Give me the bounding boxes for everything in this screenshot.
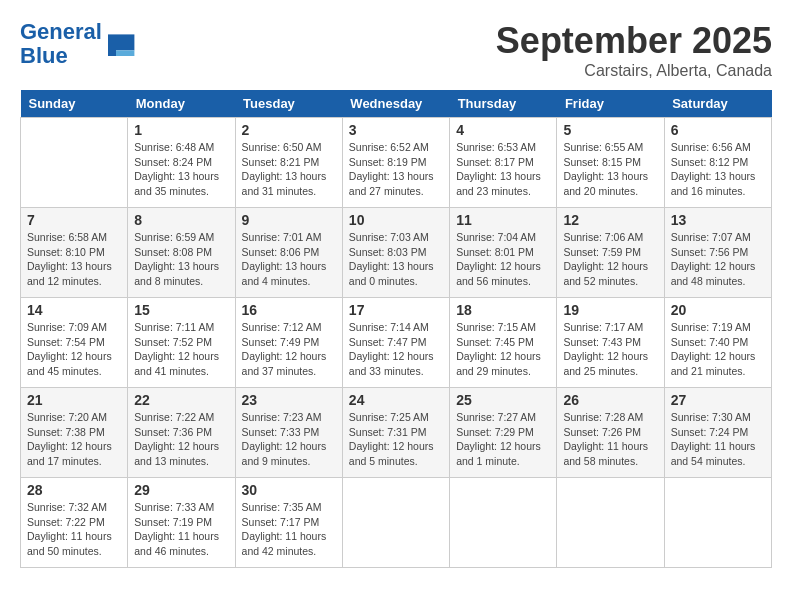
day-number: 30 bbox=[242, 482, 336, 498]
day-of-week-header: Wednesday bbox=[342, 90, 449, 118]
day-number: 8 bbox=[134, 212, 228, 228]
day-number: 20 bbox=[671, 302, 765, 318]
day-info: Sunrise: 7:14 AM Sunset: 7:47 PM Dayligh… bbox=[349, 320, 443, 379]
day-of-week-header: Tuesday bbox=[235, 90, 342, 118]
day-info: Sunrise: 7:30 AM Sunset: 7:24 PM Dayligh… bbox=[671, 410, 765, 469]
day-info: Sunrise: 7:20 AM Sunset: 7:38 PM Dayligh… bbox=[27, 410, 121, 469]
day-info: Sunrise: 7:01 AM Sunset: 8:06 PM Dayligh… bbox=[242, 230, 336, 289]
calendar-table: SundayMondayTuesdayWednesdayThursdayFrid… bbox=[20, 90, 772, 568]
day-info: Sunrise: 7:27 AM Sunset: 7:29 PM Dayligh… bbox=[456, 410, 550, 469]
calendar-cell: 17Sunrise: 7:14 AM Sunset: 7:47 PM Dayli… bbox=[342, 298, 449, 388]
day-number: 14 bbox=[27, 302, 121, 318]
day-number: 26 bbox=[563, 392, 657, 408]
day-number: 2 bbox=[242, 122, 336, 138]
day-info: Sunrise: 7:09 AM Sunset: 7:54 PM Dayligh… bbox=[27, 320, 121, 379]
day-of-week-header: Friday bbox=[557, 90, 664, 118]
calendar-cell bbox=[21, 118, 128, 208]
day-of-week-header: Saturday bbox=[664, 90, 771, 118]
calendar-body: 1Sunrise: 6:48 AM Sunset: 8:24 PM Daylig… bbox=[21, 118, 772, 568]
calendar-cell: 6Sunrise: 6:56 AM Sunset: 8:12 PM Daylig… bbox=[664, 118, 771, 208]
day-info: Sunrise: 7:25 AM Sunset: 7:31 PM Dayligh… bbox=[349, 410, 443, 469]
calendar-cell: 3Sunrise: 6:52 AM Sunset: 8:19 PM Daylig… bbox=[342, 118, 449, 208]
calendar-cell bbox=[342, 478, 449, 568]
day-info: Sunrise: 7:19 AM Sunset: 7:40 PM Dayligh… bbox=[671, 320, 765, 379]
day-info: Sunrise: 6:50 AM Sunset: 8:21 PM Dayligh… bbox=[242, 140, 336, 199]
day-number: 25 bbox=[456, 392, 550, 408]
calendar-cell: 29Sunrise: 7:33 AM Sunset: 7:19 PM Dayli… bbox=[128, 478, 235, 568]
day-number: 28 bbox=[27, 482, 121, 498]
calendar-cell: 12Sunrise: 7:06 AM Sunset: 7:59 PM Dayli… bbox=[557, 208, 664, 298]
calendar-cell: 27Sunrise: 7:30 AM Sunset: 7:24 PM Dayli… bbox=[664, 388, 771, 478]
calendar-cell: 1Sunrise: 6:48 AM Sunset: 8:24 PM Daylig… bbox=[128, 118, 235, 208]
calendar-cell: 4Sunrise: 6:53 AM Sunset: 8:17 PM Daylig… bbox=[450, 118, 557, 208]
day-number: 5 bbox=[563, 122, 657, 138]
day-number: 13 bbox=[671, 212, 765, 228]
day-info: Sunrise: 6:59 AM Sunset: 8:08 PM Dayligh… bbox=[134, 230, 228, 289]
calendar-week-row: 1Sunrise: 6:48 AM Sunset: 8:24 PM Daylig… bbox=[21, 118, 772, 208]
calendar-cell: 25Sunrise: 7:27 AM Sunset: 7:29 PM Dayli… bbox=[450, 388, 557, 478]
calendar-week-row: 21Sunrise: 7:20 AM Sunset: 7:38 PM Dayli… bbox=[21, 388, 772, 478]
logo-icon bbox=[104, 28, 136, 60]
day-info: Sunrise: 6:52 AM Sunset: 8:19 PM Dayligh… bbox=[349, 140, 443, 199]
calendar-cell bbox=[557, 478, 664, 568]
calendar-cell: 11Sunrise: 7:04 AM Sunset: 8:01 PM Dayli… bbox=[450, 208, 557, 298]
logo-text: GeneralBlue bbox=[20, 20, 102, 68]
calendar-cell: 15Sunrise: 7:11 AM Sunset: 7:52 PM Dayli… bbox=[128, 298, 235, 388]
calendar-header-row: SundayMondayTuesdayWednesdayThursdayFrid… bbox=[21, 90, 772, 118]
day-info: Sunrise: 7:15 AM Sunset: 7:45 PM Dayligh… bbox=[456, 320, 550, 379]
day-number: 16 bbox=[242, 302, 336, 318]
day-info: Sunrise: 7:06 AM Sunset: 7:59 PM Dayligh… bbox=[563, 230, 657, 289]
day-number: 22 bbox=[134, 392, 228, 408]
calendar-cell: 14Sunrise: 7:09 AM Sunset: 7:54 PM Dayli… bbox=[21, 298, 128, 388]
day-number: 7 bbox=[27, 212, 121, 228]
calendar-week-row: 28Sunrise: 7:32 AM Sunset: 7:22 PM Dayli… bbox=[21, 478, 772, 568]
svg-marker-2 bbox=[108, 35, 116, 57]
day-info: Sunrise: 7:28 AM Sunset: 7:26 PM Dayligh… bbox=[563, 410, 657, 469]
svg-marker-0 bbox=[116, 35, 134, 51]
day-info: Sunrise: 6:56 AM Sunset: 8:12 PM Dayligh… bbox=[671, 140, 765, 199]
calendar-cell: 13Sunrise: 7:07 AM Sunset: 7:56 PM Dayli… bbox=[664, 208, 771, 298]
day-info: Sunrise: 7:33 AM Sunset: 7:19 PM Dayligh… bbox=[134, 500, 228, 559]
calendar-cell: 10Sunrise: 7:03 AM Sunset: 8:03 PM Dayli… bbox=[342, 208, 449, 298]
location-subtitle: Carstairs, Alberta, Canada bbox=[496, 62, 772, 80]
day-number: 17 bbox=[349, 302, 443, 318]
calendar-cell bbox=[664, 478, 771, 568]
day-info: Sunrise: 6:53 AM Sunset: 8:17 PM Dayligh… bbox=[456, 140, 550, 199]
day-info: Sunrise: 6:48 AM Sunset: 8:24 PM Dayligh… bbox=[134, 140, 228, 199]
calendar-cell: 21Sunrise: 7:20 AM Sunset: 7:38 PM Dayli… bbox=[21, 388, 128, 478]
day-info: Sunrise: 6:58 AM Sunset: 8:10 PM Dayligh… bbox=[27, 230, 121, 289]
calendar-cell: 9Sunrise: 7:01 AM Sunset: 8:06 PM Daylig… bbox=[235, 208, 342, 298]
calendar-cell: 30Sunrise: 7:35 AM Sunset: 7:17 PM Dayli… bbox=[235, 478, 342, 568]
day-number: 10 bbox=[349, 212, 443, 228]
calendar-cell: 8Sunrise: 6:59 AM Sunset: 8:08 PM Daylig… bbox=[128, 208, 235, 298]
day-info: Sunrise: 7:35 AM Sunset: 7:17 PM Dayligh… bbox=[242, 500, 336, 559]
calendar-cell: 16Sunrise: 7:12 AM Sunset: 7:49 PM Dayli… bbox=[235, 298, 342, 388]
calendar-cell: 5Sunrise: 6:55 AM Sunset: 8:15 PM Daylig… bbox=[557, 118, 664, 208]
day-number: 24 bbox=[349, 392, 443, 408]
day-info: Sunrise: 7:03 AM Sunset: 8:03 PM Dayligh… bbox=[349, 230, 443, 289]
logo: GeneralBlue bbox=[20, 20, 136, 68]
day-number: 18 bbox=[456, 302, 550, 318]
day-info: Sunrise: 7:17 AM Sunset: 7:43 PM Dayligh… bbox=[563, 320, 657, 379]
calendar-cell: 23Sunrise: 7:23 AM Sunset: 7:33 PM Dayli… bbox=[235, 388, 342, 478]
day-number: 4 bbox=[456, 122, 550, 138]
day-number: 1 bbox=[134, 122, 228, 138]
day-number: 11 bbox=[456, 212, 550, 228]
calendar-cell bbox=[450, 478, 557, 568]
day-number: 9 bbox=[242, 212, 336, 228]
title-block: September 2025 Carstairs, Alberta, Canad… bbox=[496, 20, 772, 80]
page-header: GeneralBlue September 2025 Carstairs, Al… bbox=[20, 20, 772, 80]
calendar-cell: 22Sunrise: 7:22 AM Sunset: 7:36 PM Dayli… bbox=[128, 388, 235, 478]
day-info: Sunrise: 7:12 AM Sunset: 7:49 PM Dayligh… bbox=[242, 320, 336, 379]
day-number: 6 bbox=[671, 122, 765, 138]
day-number: 29 bbox=[134, 482, 228, 498]
day-info: Sunrise: 7:22 AM Sunset: 7:36 PM Dayligh… bbox=[134, 410, 228, 469]
month-title: September 2025 bbox=[496, 20, 772, 62]
day-number: 3 bbox=[349, 122, 443, 138]
day-number: 23 bbox=[242, 392, 336, 408]
day-number: 19 bbox=[563, 302, 657, 318]
day-number: 27 bbox=[671, 392, 765, 408]
calendar-cell: 7Sunrise: 6:58 AM Sunset: 8:10 PM Daylig… bbox=[21, 208, 128, 298]
day-info: Sunrise: 7:11 AM Sunset: 7:52 PM Dayligh… bbox=[134, 320, 228, 379]
calendar-week-row: 14Sunrise: 7:09 AM Sunset: 7:54 PM Dayli… bbox=[21, 298, 772, 388]
